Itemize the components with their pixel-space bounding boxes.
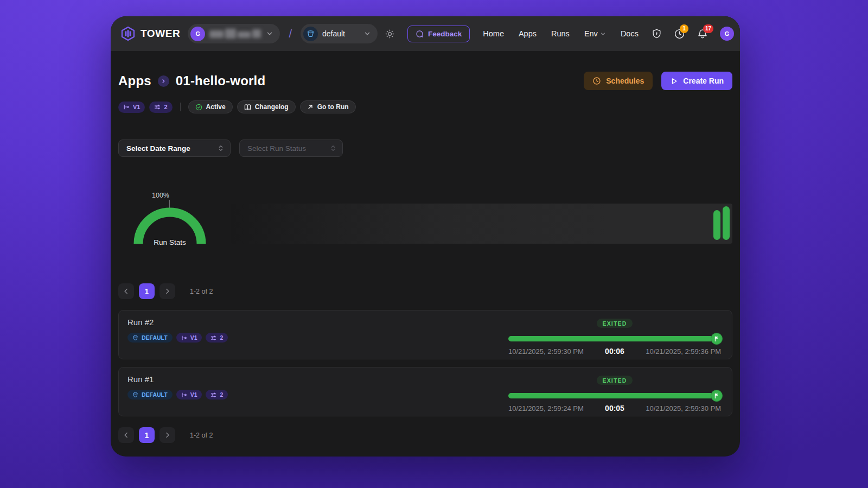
run-start-time: 10/21/2025, 2:59:24 PM [508,404,605,413]
sun-icon[interactable] [385,29,394,39]
brand-logo[interactable]: TOWER [120,26,180,41]
env-badge: DEFAULT [127,390,173,400]
version-badge: V1 [118,102,145,113]
page-range-label: 1-2 of 2 [190,432,213,439]
divider [180,103,181,111]
chevron-down-icon [266,30,273,37]
book-icon [244,104,251,111]
run-timeline-strip [231,204,732,244]
app-meta-row: V1 2 Active [118,100,732,113]
branch-icon [181,335,187,341]
filters-row: Select Date Range Select Run Status [118,140,732,157]
run-card-2[interactable]: Run #2 DEFAULT [118,310,732,359]
chevrons-up-down-icon [217,144,225,153]
pagination-bottom: 1 1-2 of 2 [118,427,732,443]
gauge-value-label: 100% [152,192,169,199]
environment-name: default [322,29,345,38]
run-duration: 00:06 [605,347,624,356]
params-icon [154,104,161,110]
success-rate-gauge: 100% Run Stats [118,192,231,249]
run-title: Run #1 [127,375,508,384]
version-badge: V1 [176,390,202,400]
bell-notification-badge: 17 [703,24,713,33]
run-stats-chart: 100% Run Stats [118,192,732,249]
breadcrumb-apps-link[interactable]: Apps [118,73,151,88]
brand-name: TOWER [141,28,180,40]
org-avatar: G [190,27,205,41]
run-start-time: 10/21/2025, 2:59:30 PM [508,347,605,356]
go-to-run-button[interactable]: Go to Run [300,100,356,113]
clock-icon [592,77,601,85]
chat-bubble-icon [416,30,424,38]
bucket-icon [303,27,318,41]
run-status-select[interactable]: Select Run Status [239,140,343,157]
run-progress [508,333,721,345]
run-duration: 00:05 [605,404,624,413]
env-badge: DEFAULT [127,333,173,343]
primary-nav: Home Apps Runs Env Docs [483,29,639,38]
shield-icon[interactable] [652,28,662,39]
date-range-select[interactable]: Select Date Range [118,140,231,157]
breadcrumb: Apps 01-hello-world [118,73,265,88]
page-1-button[interactable]: 1 [139,283,155,299]
org-selector[interactable]: G [188,24,280,43]
org-name-redacted [209,29,261,39]
nav-link-apps[interactable]: Apps [519,29,537,38]
nav-link-runs[interactable]: Runs [551,29,570,38]
arrow-up-right-icon [307,104,314,110]
prev-page-button[interactable] [118,283,134,299]
params-icon [210,335,216,341]
next-page-button[interactable] [159,283,175,299]
timeline-bar-run2 [723,206,730,240]
main-content: Apps 01-hello-world Schedules [111,72,740,443]
changelog-button[interactable]: Changelog [237,100,296,113]
top-navbar: TOWER G / default [111,16,740,51]
next-page-button[interactable] [159,427,175,443]
page-range-label: 1-2 of 2 [190,288,213,295]
params-icon [210,392,216,398]
app-window: TOWER G / default [111,16,740,457]
chevron-right-icon [158,75,169,87]
check-circle-icon [195,104,202,111]
bucket-icon [132,392,138,398]
status-badge: EXITED [597,376,632,385]
page-1-button[interactable]: 1 [139,427,155,443]
params-badge: 2 [149,102,172,113]
bell-icon[interactable]: 17 [697,28,708,40]
pagination-top: 1 1-2 of 2 [118,283,732,299]
environment-selector[interactable]: default [301,24,378,43]
nav-link-docs[interactable]: Docs [621,29,639,38]
breadcrumb-slash: / [288,28,293,40]
nav-link-env[interactable]: Env [584,29,606,38]
gauge-caption: Run Stats [132,238,208,246]
run-card-1[interactable]: Run #1 DEFAULT [118,367,732,416]
params-badge: 2 [206,333,228,343]
clock-icon[interactable]: 1 [674,28,685,40]
chevrons-up-down-icon [329,144,337,153]
flag-icon [711,333,723,345]
bucket-icon [132,335,138,341]
page-title: 01-hello-world [176,73,265,88]
run-title: Run #2 [127,318,508,327]
chevron-down-icon [600,31,606,37]
clock-notification-badge: 1 [680,24,688,33]
status-badge: EXITED [597,319,632,328]
branch-icon [181,392,187,398]
flag-icon [711,390,723,402]
chevron-down-icon [363,30,371,37]
prev-page-button[interactable] [118,427,134,443]
user-avatar[interactable]: G [720,27,734,41]
timeline-bar-run1 [713,210,720,240]
run-progress [508,390,721,402]
branch-icon [123,104,130,110]
play-icon [670,77,678,85]
run-end-time: 10/21/2025, 2:59:30 PM [624,404,721,413]
status-chip-active: Active [188,100,233,113]
schedules-button[interactable]: Schedules [584,72,653,90]
version-badge: V1 [176,333,202,343]
create-run-button[interactable]: Create Run [661,72,732,90]
run-end-time: 10/21/2025, 2:59:36 PM [624,347,721,356]
nav-link-home[interactable]: Home [483,29,504,38]
params-badge: 2 [206,390,228,400]
feedback-button[interactable]: Feedback [407,26,470,42]
